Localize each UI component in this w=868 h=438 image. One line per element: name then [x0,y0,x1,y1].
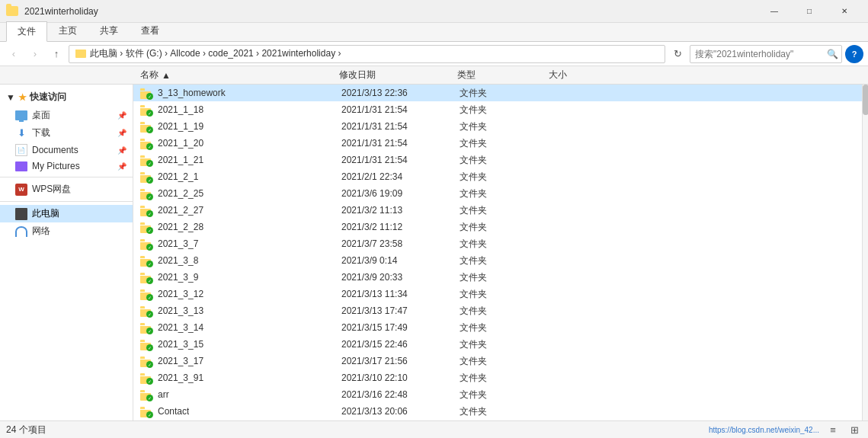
table-row[interactable]: ✓ 2021_2_28 2021/3/2 11:12 文件夹 [133,219,862,235]
table-row[interactable]: ✓ Contact 2021/3/13 20:06 文件夹 [133,403,862,420]
main-content: ▼ ★ 快速访问 桌面 📌 ⬇ 下载 📌 📄 Documents 📌 [0,85,868,420]
file-type: 文件夹 [460,187,551,200]
table-row[interactable]: ✓ 2021_3_14 2021/3/15 17:49 文件夹 [133,319,862,336]
sidebar-item-computer[interactable]: 此电脑 [0,205,133,222]
table-row[interactable]: ✓ 2021_3_15 2021/3/15 22:46 文件夹 [133,336,862,353]
search-icon[interactable]: 🔍 [823,45,841,63]
table-row[interactable]: ✓ 2021_3_12 2021/3/13 11:34 文件夹 [133,286,862,302]
table-row[interactable]: ✓ 2021_3_8 2021/3/9 0:14 文件夹 [133,252,862,269]
table-row[interactable]: ✓ 2021_2_27 2021/3/2 11:13 文件夹 [133,202,862,219]
table-row[interactable]: ✓ 3_13_homework 2021/3/13 22:36 文件夹 [133,85,862,101]
pictures-icon [15,161,27,171]
file-type: 文件夹 [460,238,551,251]
help-button[interactable]: ? [845,45,863,63]
file-name: 2021_3_13 [158,305,203,316]
file-type: 文件夹 [460,271,551,284]
folder-icon: ✓ [139,388,153,401]
title-controls: — □ ✕ [757,0,862,23]
tab-file[interactable]: 文件 [6,21,47,42]
folder-icon: ✓ [139,86,153,100]
file-name: 2021_2_1 [158,171,198,182]
table-row[interactable]: ✓ 2021_3_91 2021/3/10 22:10 文件夹 [133,369,862,386]
file-name-cell: ✓ 2021_3_15 [139,337,341,351]
back-button[interactable]: ‹ [5,45,23,63]
chevron-icon: ▼ [6,92,15,103]
file-type: 文件夹 [460,288,551,301]
title-bar-icons [6,5,18,18]
up-button[interactable]: ↑ [47,45,66,63]
view-list-button[interactable]: ≡ [825,423,841,438]
file-name-cell: ✓ 2021_2_28 [139,220,341,234]
minimize-button[interactable]: — [757,0,792,23]
sidebar-item-network[interactable]: 网络 [0,222,133,240]
file-name: 2021_3_8 [158,255,198,266]
sidebar-item-pictures[interactable]: My Pictures 📌 [0,158,133,174]
file-name-cell: ✓ 2021_1_18 [139,103,341,117]
file-type: 文件夹 [460,254,551,267]
file-name-cell: ✓ 2021_3_7 [139,237,341,251]
file-name: 2021_3_15 [158,339,203,350]
sidebar-item-wps[interactable]: W WPS网盘 [0,181,133,198]
sidebar-item-download[interactable]: ⬇ 下载 📌 [0,124,133,142]
table-row[interactable]: ✓ 2021_1_20 2021/1/31 21:54 文件夹 [133,135,862,152]
file-date: 2021/3/13 17:47 [341,305,460,316]
quick-access-header[interactable]: ▼ ★ 快速访问 [0,88,133,107]
file-name-cell: ✓ Contact [139,404,341,418]
folder-icon: ✓ [139,187,153,200]
file-type: 文件夹 [460,321,551,334]
window-icon [6,5,18,18]
table-row[interactable]: ✓ 2021_3_9 2021/3/9 20:33 文件夹 [133,269,862,286]
table-row[interactable]: ✓ 2021_3_17 2021/3/17 21:56 文件夹 [133,353,862,369]
folder-icon: ✓ [139,270,153,284]
ribbon-tabs: 文件 主页 共享 查看 [0,23,868,41]
sidebar: ▼ ★ 快速访问 桌面 📌 ⬇ 下载 📌 📄 Documents 📌 [0,85,133,420]
file-name: 2021_2_25 [158,188,203,199]
table-row[interactable]: ✓ 2021_1_18 2021/1/31 21:54 文件夹 [133,101,862,118]
file-type: 文件夹 [460,388,551,401]
sidebar-divider-1 [0,177,133,177]
tab-home[interactable]: 主页 [47,21,88,41]
table-row[interactable]: ✓ 2021_3_13 2021/3/13 17:47 文件夹 [133,302,862,319]
check-icon: ✓ [146,93,153,100]
close-button[interactable]: ✕ [827,0,862,23]
col-size-header[interactable]: 大小 [549,69,625,82]
folder-icon: ✓ [139,354,153,368]
table-row[interactable]: ✓ 2021_1_19 2021/1/31 21:54 文件夹 [133,118,862,135]
pin-icon: 📌 [117,111,127,120]
col-name-header[interactable]: 名称 ▲ [137,69,339,82]
tab-view[interactable]: 查看 [130,21,171,41]
table-row[interactable]: ✓ 2021_3_7 2021/3/7 23:58 文件夹 [133,235,862,252]
col-date-header[interactable]: 修改日期 [339,69,457,82]
address-path[interactable]: 此电脑 › 软件 (G:) › Allcode › code_2021 › 20… [69,45,665,63]
table-row[interactable]: ✓ 2021_2_1 2021/2/1 22:34 文件夹 [133,168,862,185]
folder-icon: ✓ [139,404,153,418]
refresh-button[interactable]: ↻ [668,45,687,63]
search-input[interactable] [690,49,823,59]
table-row[interactable]: ✓ 2021_1_21 2021/1/31 21:54 文件夹 [133,152,862,168]
file-name: 2021_3_14 [158,322,203,333]
file-name: 2021_3_7 [158,238,198,249]
file-name-cell: ✓ 2021_1_20 [139,136,341,150]
scrollbar-thumb[interactable] [863,85,868,115]
file-date: 2021/3/7 23:58 [341,238,460,249]
col-type-header[interactable]: 类型 [457,69,549,82]
check-icon: ✓ [146,110,153,117]
status-right: https://blog.csdn.net/weixin_42... ≡ ⊞ [709,423,862,438]
check-icon: ✓ [146,328,153,334]
sidebar-item-documents[interactable]: 📄 Documents 📌 [0,142,133,158]
table-row[interactable]: ✓ 2021_2_25 2021/3/6 19:09 文件夹 [133,185,862,202]
file-type: 文件夹 [460,305,551,318]
right-scrollbar[interactable] [862,85,868,420]
file-name-cell: ✓ 2021_3_91 [139,371,341,385]
maximize-button[interactable]: □ [792,0,827,23]
file-name-cell: ✓ 2021_2_27 [139,203,341,217]
table-row[interactable]: ✓ arr 2021/3/16 22:48 文件夹 [133,386,862,403]
sidebar-item-desktop[interactable]: 桌面 📌 [0,107,133,124]
file-name: 2021_2_27 [158,205,203,216]
forward-button[interactable]: › [26,45,44,63]
folder-icon: ✓ [139,203,153,217]
folder-icon: ✓ [139,321,153,334]
check-icon: ✓ [146,311,153,318]
tab-share[interactable]: 共享 [88,21,130,41]
view-grid-button[interactable]: ⊞ [847,423,862,438]
